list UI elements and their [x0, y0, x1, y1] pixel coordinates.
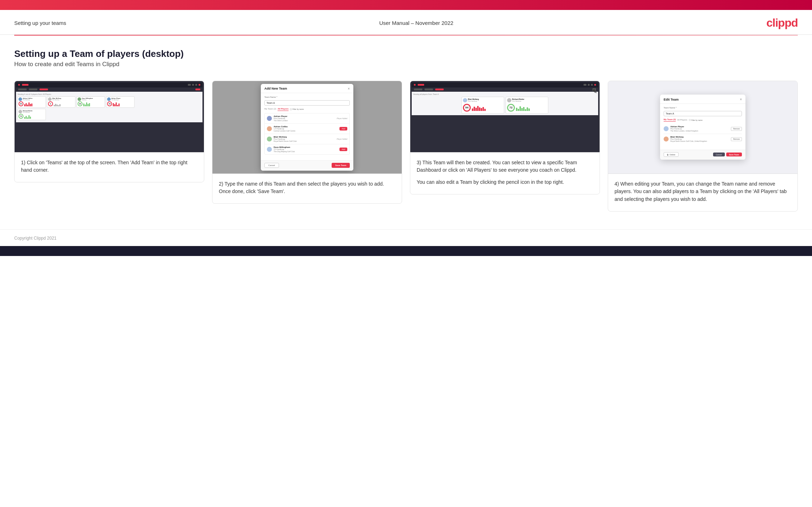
mock4-footer: 🗑 Delete Cancel Save Team: [660, 150, 745, 160]
mock1-bars-1: [24, 101, 45, 106]
bar: [24, 117, 25, 119]
mock4-delete-button[interactable]: 🗑 Delete: [664, 152, 679, 157]
mock4-filter-check[interactable]: [689, 119, 691, 121]
mock1-subtitle: Viewing 4 out of 4 players from: All Pla…: [17, 93, 201, 95]
mock2-avatar-2: [267, 126, 272, 131]
bar: [523, 107, 524, 111]
mock4-tab-myteam[interactable]: My Team (2): [664, 118, 676, 122]
mock4-dialog: Edit Team × Team Name * My Team (2) All …: [660, 95, 745, 160]
card-2-screenshot: Add New Team × Team Name * My Team (2) A…: [212, 81, 402, 174]
mock1-search: [188, 84, 191, 86]
bar: [518, 109, 519, 111]
bar: [472, 108, 473, 111]
bar: [475, 108, 477, 111]
mock2-player-sub-2: Central London Golf Centre: [274, 130, 338, 132]
mock3-search: [584, 84, 586, 86]
mock2-body: Team Name * My Team (2) All Players Filt…: [261, 93, 353, 160]
mock2-tab-allplayers[interactable]: All Players: [278, 108, 289, 111]
mock1-sub-4: Plus Handicap: [111, 99, 121, 101]
mock1-score-4: 78: [107, 101, 112, 106]
bar: [89, 103, 90, 106]
bar: [477, 106, 479, 111]
mock3-bars-2: [516, 105, 530, 111]
mock4-list-item-1: Adrian Player Plus Handicap The Shire Lo…: [664, 124, 742, 134]
bar: [118, 103, 120, 106]
mock4-overlay: Edit Team × Team Name * My Team (2) All …: [608, 81, 797, 174]
mock1-bottom-player: Richard Butler Plus Handicap 72: [17, 109, 46, 120]
mock4-avatar-1: [664, 126, 669, 131]
mock1-score-3: 94: [78, 101, 83, 106]
mock1-icon1: [192, 84, 194, 86]
mock2-tab-myteam[interactable]: My Team (2): [264, 108, 276, 111]
mock1-logo-dot: [18, 84, 20, 86]
mock2-close-icon[interactable]: ×: [348, 87, 350, 91]
card-4-screenshot: Edit Team × Team Name * My Team (2) All …: [608, 81, 797, 174]
mock2-add-button-4[interactable]: Add: [339, 148, 347, 151]
card-1-description: 1) Click on 'Teams' at the top of the sc…: [21, 160, 188, 173]
mock2-avatar-3: [267, 137, 272, 142]
mock1-avatar-2: [48, 97, 52, 101]
mock2-add-button-2[interactable]: Add: [339, 127, 347, 130]
bar: [525, 109, 526, 111]
bar: [88, 104, 89, 106]
mock2-player-info-2: Adrian Coliba 1.5 Handicap Central Londo…: [274, 126, 338, 132]
mock2-list-item: Adrian Player Plus Handicap The Shire Lo…: [265, 113, 349, 124]
bar: [117, 105, 118, 106]
mock2-filter-label: Filter by name: [292, 108, 304, 110]
mock4-remove-button-1[interactable]: Remove: [731, 127, 742, 131]
mock4-tab-allplayers[interactable]: All Players: [677, 119, 687, 122]
mock4-tabs: My Team (2) All Players Filter by name: [664, 118, 742, 122]
mock1-player-2: Blair McHarg Plus Handicap 0: [47, 96, 75, 108]
mock2-team-name-input[interactable]: [264, 100, 350, 106]
bar: [30, 104, 31, 106]
mock2-list-item: Adrian Coliba 1.5 Handicap Central Londo…: [265, 124, 349, 134]
mock4-player-info-1: Adrian Player Plus Handicap The Shire Lo…: [670, 126, 729, 132]
mock4-team-name-input[interactable]: [664, 111, 742, 116]
mock4-close-icon[interactable]: ×: [740, 97, 742, 101]
mock4-cancel-button[interactable]: Cancel: [713, 153, 725, 156]
mock2-player-info-1: Adrian Player Plus Handicap The Shire Lo…: [274, 115, 335, 122]
mock3-content: Viewing all players from: Team A Blair M…: [412, 92, 598, 115]
header-logo: clippd: [766, 16, 798, 30]
mock4-save-button[interactable]: Save Team: [726, 153, 742, 156]
bar: [474, 107, 475, 111]
mock1-icon2: [195, 84, 197, 86]
mock2-footer: Cancel Save Team: [261, 160, 353, 171]
mock4-delete-label: Delete: [670, 154, 675, 156]
mock3-icon1: [588, 84, 590, 86]
mock2-filter-check[interactable]: [290, 108, 292, 110]
mock3-club-2: Plus Handicap: [512, 100, 524, 102]
bar: [58, 105, 59, 106]
header-center-text: User Manual – November 2022: [379, 20, 453, 26]
mock3-pencil-icon[interactable]: ✎: [592, 88, 596, 91]
mock1-avatar-4: [107, 97, 111, 101]
mock1-nav-teams: [39, 89, 48, 90]
mock3-score-2: 72: [507, 104, 515, 112]
mock2-dialog: Add New Team × Team Name * My Team (2) A…: [261, 84, 353, 171]
bar: [528, 108, 530, 111]
mock2-player-sub-1: The Shire London: [274, 119, 335, 122]
mock2-save-button[interactable]: Save Team: [332, 163, 350, 168]
mock1-logo-text: [22, 84, 28, 86]
mock2-player-sub-3: Royal North Devon Golf Club: [274, 140, 335, 142]
mock3-bars-1: [472, 105, 486, 111]
mock2-player-status-1: Player Added: [337, 117, 347, 119]
top-bar: [0, 0, 812, 10]
card-3-description1: 3) This Team will then be created. You c…: [417, 159, 593, 174]
mock1-bottom-sub: Plus Handicap: [23, 112, 33, 113]
mock2-cancel-button[interactable]: Cancel: [264, 163, 279, 168]
mock3-player-1: Blair McHarg Plus Handicap 94: [462, 97, 504, 114]
mock2-player-info-3: Blair McHarg Plus Handicap Royal North D…: [274, 136, 335, 142]
mock4-remove-button-2[interactable]: Remove: [731, 137, 742, 141]
mock1-avatar-1: [19, 97, 22, 101]
mock3-club-1: Plus Handicap: [468, 100, 479, 102]
mock2-player-sub-4: The Dog Maping Golf Club: [274, 150, 338, 153]
mock1-bars-4: [113, 101, 133, 106]
mock4-team-name-label: Team Name *: [664, 107, 742, 109]
mock3-topbar: [412, 82, 598, 87]
mock1-player-4: Adrian Player Plus Handicap 78: [106, 96, 135, 108]
card-3-screenshot: ✎ Viewing all players from: Team A Blair…: [410, 81, 600, 153]
mock1-topbar: [16, 82, 202, 87]
mock1-player-3: Dave Billingham Handicap 94: [77, 96, 105, 108]
mock1-bars-2: [54, 101, 74, 106]
